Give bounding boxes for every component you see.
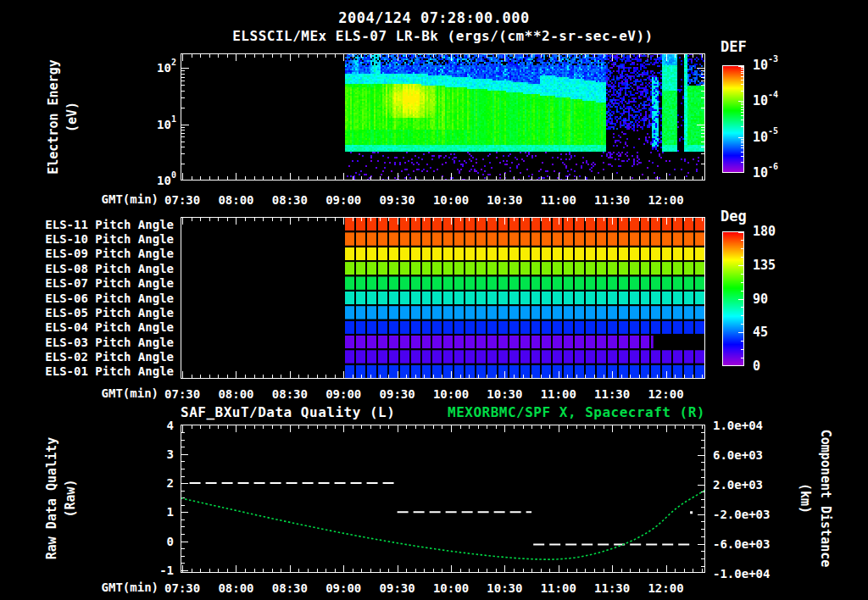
gmt-tick-label: 08:00: [218, 581, 253, 595]
gmt-tick-label: 11:00: [541, 387, 576, 401]
gmt-tick-label: 07:30: [164, 387, 200, 401]
gmt-tick-label: 09:00: [326, 387, 361, 401]
quality-tick-label: 2: [167, 476, 174, 490]
gmt-tick-label: 11:30: [594, 581, 630, 595]
deg-tick-label: 180: [753, 224, 776, 239]
pitch-angle-panel: [181, 217, 705, 379]
electron-energy-spectrogram: [181, 53, 705, 181]
pitch-row-label: ELS-03 Pitch Angle: [45, 336, 174, 349]
distance-tick-label: 6.0e+03: [713, 448, 763, 462]
def-tick-label: 10-3: [753, 58, 778, 73]
quality-tick-label: 4: [167, 419, 174, 432]
pitch-row-label: ELS-05 Pitch Angle: [45, 306, 174, 319]
def-tick-label: 10-5: [753, 130, 778, 145]
gmt-tick-label: 11:00: [541, 581, 576, 595]
gmt-axis-caption-2: GMT(min): [102, 386, 159, 400]
def-colorbar-title: DEF: [721, 38, 747, 55]
gmt-tick-label: 09:30: [380, 387, 415, 401]
gmt-tick-label: 12:00: [648, 193, 683, 207]
gmt-tick-label: 10:30: [487, 581, 522, 595]
gmt-tick-label: 10:00: [433, 193, 469, 207]
distance-tick-label: -2.0e+03: [713, 508, 770, 521]
distance-axis-label: Component Distance: [818, 430, 833, 568]
deg-tick-label: 45: [753, 325, 768, 340]
gmt-tick-label: 11:30: [594, 387, 630, 401]
pitch-row-label: ELS-02 Pitch Angle: [45, 350, 174, 364]
quality-tick-label: -1: [159, 564, 174, 577]
deg-tick-label: 0: [753, 358, 760, 374]
gmt-tick-label: 09:00: [326, 193, 361, 207]
bottom-right-title: MEXORBMC/SPF X, Spacecraft (R): [448, 404, 705, 420]
pitch-row-label: ELS-01 Pitch Angle: [45, 364, 174, 378]
energy-tick-label: 100: [157, 174, 176, 187]
gmt-tick-label: 08:00: [218, 193, 253, 207]
energy-tick-label: 102: [157, 61, 176, 75]
quality-distance-plot: [181, 425, 705, 573]
pitch-row-label: ELS-07 Pitch Angle: [45, 276, 174, 290]
quality-tick-label: 3: [167, 447, 174, 461]
gmt-tick-label: 08:00: [218, 387, 253, 401]
gmt-tick-label: 10:30: [487, 387, 522, 401]
quality-tick-label: 1: [167, 505, 174, 519]
def-colorbar: [722, 65, 744, 173]
distance-axis-units-label: (km): [798, 483, 813, 514]
pitch-row-label: ELS-10 Pitch Angle: [45, 232, 174, 246]
page-subtitle: ELSSCIL/MEx ELS-07 LR-Bk (ergs/(cm**2-sr…: [181, 28, 705, 44]
def-tick-label: 10-6: [753, 165, 778, 181]
gmt-tick-label: 12:00: [648, 387, 683, 401]
gmt-axis-caption-1: GMT(min): [102, 192, 159, 206]
bottom-left-title: SAF_BXuT/Data Quality (L): [181, 404, 395, 420]
deg-tick-label: 90: [753, 292, 768, 307]
gmt-tick-label: 07:30: [164, 581, 200, 595]
quality-axis-label: Raw Data Quality: [44, 437, 59, 560]
gmt-tick-label: 12:00: [648, 581, 683, 595]
gmt-tick-label: 09:00: [326, 581, 361, 595]
distance-tick-label: -1.0e+04: [713, 567, 770, 581]
gmt-tick-label: 10:30: [487, 193, 522, 207]
gmt-axis-caption-3: GMT(min): [102, 581, 159, 594]
gmt-tick-label: 10:00: [433, 387, 469, 401]
pitch-row-label: ELS-11 Pitch Angle: [45, 218, 174, 231]
gmt-tick-label: 08:30: [272, 193, 308, 207]
distance-tick-label: 1.0e+04: [713, 419, 763, 432]
gmt-tick-label: 08:30: [272, 581, 308, 595]
energy-axis-units-label: (eV): [64, 102, 80, 132]
gmt-tick-label: 09:30: [380, 581, 415, 595]
deg-colorbar: [722, 231, 744, 366]
pitch-row-label: ELS-08 Pitch Angle: [45, 262, 174, 275]
quality-tick-label: 0: [167, 535, 174, 548]
gmt-tick-label: 08:30: [272, 387, 308, 401]
gmt-tick-label: 07:30: [164, 193, 200, 207]
gmt-tick-label: 10:00: [433, 581, 469, 595]
deg-tick-label: 135: [753, 258, 776, 273]
def-tick-label: 10-4: [753, 93, 778, 108]
plot-screen: 2004/124 07:28:00.000 ELSSCIL/MEx ELS-07…: [0, 0, 868, 600]
gmt-tick-label: 11:30: [594, 193, 630, 207]
distance-tick-label: -6.0e+03: [713, 537, 770, 551]
page-title: 2004/124 07:28:00.000: [0, 9, 868, 26]
pitch-row-label: ELS-09 Pitch Angle: [45, 247, 174, 260]
gmt-tick-label: 09:30: [380, 193, 415, 207]
energy-tick-label: 101: [157, 118, 176, 131]
distance-tick-label: 2.0e+03: [713, 478, 763, 492]
deg-colorbar-title: Deg: [721, 208, 747, 225]
pitch-row-label: ELS-04 Pitch Angle: [45, 320, 174, 334]
gmt-tick-label: 11:00: [541, 193, 576, 207]
quality-axis-units-label: (Raw): [63, 479, 78, 517]
pitch-row-label: ELS-06 Pitch Angle: [45, 292, 174, 305]
energy-axis-label: Electron Energy: [46, 59, 61, 174]
